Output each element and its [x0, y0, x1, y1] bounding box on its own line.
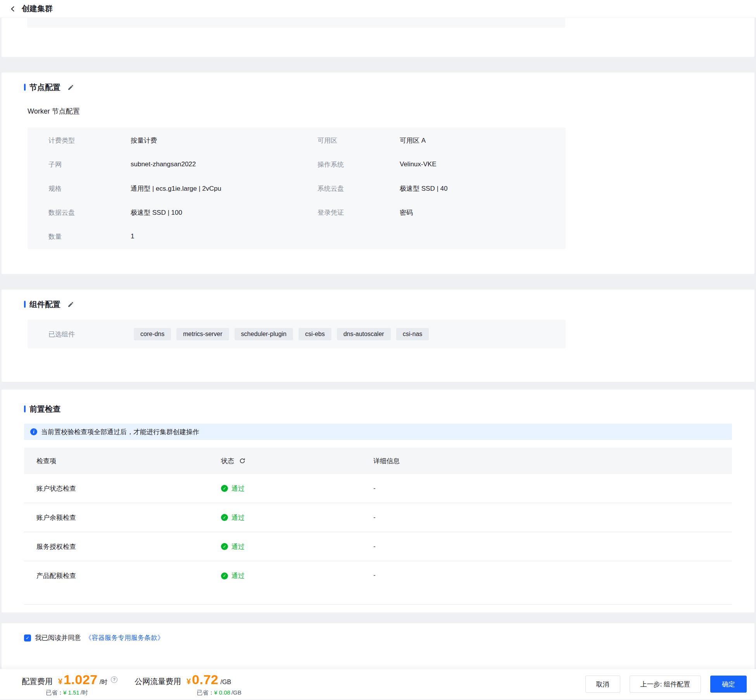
precheck-row: 账户余额检查 ✓ 通过 - — [24, 503, 732, 532]
check-glyph: ✓ — [223, 515, 226, 520]
agreement-row: ✓ 我已阅读并同意《容器服务专用服务条款》 — [24, 633, 732, 642]
check-detail: - — [361, 484, 732, 492]
config-label: 系统云盘 — [318, 184, 400, 193]
check-detail: - — [361, 514, 732, 521]
config-value: 极速型 SSD | 40 — [400, 184, 447, 193]
page-header: 创建集群 — [0, 0, 756, 18]
saved-prefix: 已省： — [197, 689, 214, 697]
question-icon[interactable]: ? — [111, 676, 117, 683]
column-status-label: 状态 — [221, 457, 234, 466]
worker-config-label: Worker 节点配置 — [28, 107, 732, 116]
config-fee-block: 配置费用 ¥ 1.027 /时 ? 已省： ¥ 1.51 /时 — [22, 672, 117, 697]
traffic-fee-main: 公网流量费用 ¥ 0.72 /GB — [135, 672, 242, 687]
config-label: 子网 — [48, 160, 131, 169]
check-circle-icon: ✓ — [221, 485, 228, 492]
component-config-section: 组件配置 已选组件 core-dns metrics-server schedu… — [2, 290, 754, 382]
config-label: 可用区 — [318, 136, 400, 145]
precheck-row: 账户状态检查 ✓ 通过 - — [24, 474, 732, 503]
component-tag: dns-autoscaler — [337, 328, 391, 340]
config-label: 登录凭证 — [318, 208, 400, 217]
chevron-left-icon — [9, 5, 16, 12]
config-value: Velinux-VKE — [400, 160, 437, 168]
currency-symbol: ¥ — [58, 677, 62, 686]
check-name: 账户状态检查 — [24, 484, 209, 493]
status-text: 通过 — [231, 542, 245, 551]
info-icon: i — [30, 428, 37, 435]
config-label: 数量 — [48, 232, 131, 241]
component-config-header: 组件配置 — [24, 300, 732, 309]
config-fee-amount: 1.027 — [64, 672, 98, 687]
check-name: 产品配额检查 — [24, 571, 209, 580]
config-item: 数据云盘极速型 SSD | 100 — [28, 200, 297, 224]
config-item: 系统云盘极速型 SSD | 40 — [297, 176, 566, 200]
config-value: subnet-zhangsan2022 — [131, 160, 196, 168]
config-item: 数量1 — [28, 224, 297, 248]
config-item: 规格通用型 | ecs.g1ie.large | 2vCpu — [28, 176, 297, 200]
precheck-row: 服务授权检查 ✓ 通过 - — [24, 532, 732, 561]
prev-step-button[interactable]: 上一步: 组件配置 — [630, 676, 701, 693]
saved-prefix: 已省： — [46, 689, 63, 697]
node-config-section: 节点配置 Worker 节点配置 计费类型按量计费 可用区可用区 A 子网sub… — [2, 72, 754, 274]
section-marker — [24, 301, 26, 308]
traffic-fee-label: 公网流量费用 — [135, 676, 181, 687]
page-title: 创建集群 — [22, 3, 53, 14]
traffic-fee-amount: 0.72 — [192, 672, 218, 687]
section-marker — [24, 405, 26, 412]
precheck-section: 前置检查 i 当前置校验检查项全部通过后，才能进行集群创建操作 检查项 状态 详… — [2, 390, 754, 612]
cancel-button[interactable]: 取消 — [585, 676, 620, 693]
check-status: ✓ 通过 — [209, 513, 361, 522]
precheck-row: 产品配额检查 ✓ 通过 - — [24, 561, 732, 605]
config-value: 按量计费 — [131, 136, 157, 145]
precheck-table-header: 检查项 状态 详细信息 — [24, 448, 732, 474]
precheck-notice-text: 当前置校验检查项全部通过后，才能进行集群创建操作 — [41, 428, 199, 436]
config-value: 可用区 A — [400, 136, 426, 145]
traffic-fee-unit: /GB — [220, 679, 231, 686]
selected-components-panel: 已选组件 core-dns metrics-server scheduler-p… — [28, 320, 566, 348]
traffic-fee-block: 公网流量费用 ¥ 0.72 /GB 已省： ¥ 0.08 /GB — [135, 672, 242, 697]
config-label: 规格 — [48, 184, 131, 193]
column-check-item: 检查项 — [24, 457, 209, 466]
status-text: 通过 — [231, 484, 245, 493]
precheck-title: 前置检查 — [29, 404, 60, 414]
confirm-button[interactable]: 确定 — [710, 676, 747, 693]
check-status: ✓ 通过 — [209, 484, 361, 493]
saved-amount: ¥ 0.08 — [214, 689, 230, 697]
saved-unit: /时 — [81, 689, 88, 697]
column-status: 状态 — [209, 457, 361, 466]
config-item: 子网subnet-zhangsan2022 — [28, 152, 297, 176]
status-text: 通过 — [231, 571, 245, 580]
check-detail: - — [361, 543, 732, 550]
agreement-text: 我已阅读并同意 — [35, 633, 81, 642]
agreement-checkbox[interactable]: ✓ — [24, 634, 31, 641]
terms-link[interactable]: 《容器服务专用服务条款》 — [85, 633, 164, 642]
config-fee-main: 配置费用 ¥ 1.027 /时 ? — [22, 672, 117, 687]
check-status: ✓ 通过 — [209, 542, 361, 551]
node-config-title: 节点配置 — [29, 82, 60, 93]
precheck-header: 前置检查 — [24, 404, 732, 414]
check-name: 账户余额检查 — [24, 513, 209, 522]
worker-config-panel: 计费类型按量计费 可用区可用区 A 子网subnet-zhangsan2022 … — [28, 128, 566, 249]
info-glyph: i — [33, 429, 34, 435]
check-glyph: ✓ — [223, 544, 226, 549]
traffic-fee-saved: 已省： ¥ 0.08 /GB — [197, 689, 242, 697]
back-button[interactable] — [9, 5, 16, 12]
footer-actions: 取消 上一步: 组件配置 确定 — [585, 676, 747, 693]
refresh-icon[interactable] — [239, 458, 245, 464]
section-marker — [24, 84, 26, 91]
column-detail: 详细信息 — [361, 457, 732, 466]
edit-component-config-icon[interactable] — [67, 301, 74, 308]
config-fee-saved: 已省： ¥ 1.51 /时 — [46, 689, 117, 697]
edit-node-config-icon[interactable] — [67, 84, 74, 91]
config-fee-label: 配置费用 — [22, 676, 53, 687]
check-circle-icon: ✓ — [221, 572, 228, 579]
question-glyph: ? — [113, 677, 116, 682]
component-tag: csi-nas — [396, 328, 429, 340]
check-glyph: ✓ — [223, 486, 226, 491]
config-value: 极速型 SSD | 100 — [131, 208, 182, 217]
config-value: 1 — [131, 233, 134, 240]
config-item: 可用区可用区 A — [297, 128, 566, 152]
config-item: 计费类型按量计费 — [28, 128, 297, 152]
config-label: 操作系统 — [318, 160, 400, 169]
node-config-header: 节点配置 — [24, 83, 732, 92]
panel-bottom-strip — [27, 18, 565, 28]
